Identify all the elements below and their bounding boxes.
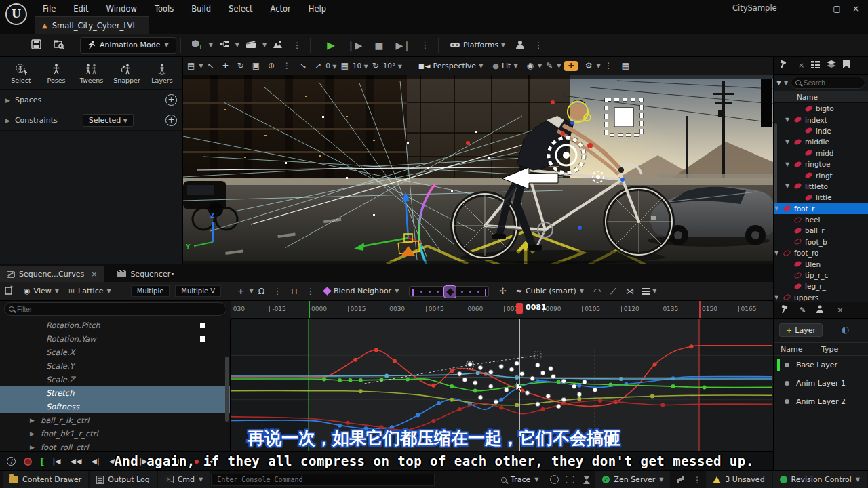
playhead-marker[interactable]	[516, 303, 523, 314]
curve-blue-key[interactable]	[416, 413, 420, 418]
perspective-dropdown[interactable]: ◼◄ Perspective▼	[418, 62, 483, 70]
expand-arrow-icon[interactable]: ▼	[785, 161, 789, 167]
selected-key[interactable]	[540, 371, 545, 375]
curve-red-key[interactable]	[689, 344, 693, 348]
tab-edit[interactable]: ✎	[800, 306, 806, 314]
curve-filterbox[interactable]	[4, 302, 226, 316]
curve-blue[interactable]	[231, 377, 772, 429]
curve-olive-key[interactable]	[515, 403, 519, 407]
blend-neighbor-dropdown[interactable]: Blend Neighbor▼	[324, 287, 399, 296]
viewport-more-icon[interactable]: ⋮	[605, 61, 614, 70]
curve-green-key[interactable]	[557, 380, 561, 384]
constraints-section[interactable]: ▶ Constraints Selected ▼ +	[0, 110, 182, 131]
selected-key[interactable]	[561, 397, 566, 402]
curve-menu-icon[interactable]	[642, 288, 650, 295]
save-icon[interactable]	[31, 39, 41, 52]
snap-grid-value[interactable]: 10 ▼	[353, 62, 368, 70]
selected-key[interactable]	[519, 371, 524, 376]
curve-darkred-key[interactable]	[431, 419, 435, 423]
brush-icon[interactable]: ✎	[546, 61, 553, 70]
platforms-dropdown[interactable]: Platforms ▼	[450, 41, 505, 49]
tab-bookmark[interactable]	[843, 60, 850, 70]
expand-arrow-icon[interactable]: ▼	[774, 250, 778, 256]
outliner-item-foot-r-[interactable]: ▼foot_r_	[774, 203, 868, 214]
snap-zero[interactable]: 0 ▼	[326, 62, 336, 70]
curve-teal-key[interactable]	[476, 371, 480, 375]
curve-darkred-key[interactable]	[660, 403, 665, 407]
snap-icon[interactable]: Ω	[258, 286, 265, 296]
close-tab-icon[interactable]: ×	[91, 270, 97, 279]
menu-actor[interactable]: Actor	[263, 1, 298, 16]
constraints-filter-dropdown[interactable]: Selected ▼	[83, 114, 134, 127]
curve-track-scale-y[interactable]: Scale.Y	[0, 359, 230, 373]
selected-key[interactable]	[468, 362, 473, 367]
blueprints-icon[interactable]	[219, 40, 229, 51]
curve-teal-key[interactable]	[515, 375, 519, 380]
selected-key[interactable]	[551, 374, 556, 379]
cmd-dropdown[interactable]: >_ Cmd ▼	[158, 471, 210, 488]
surface-snap-icon[interactable]: ↘	[300, 61, 307, 70]
restore-button[interactable]: ▢	[827, 0, 846, 18]
selected-key[interactable]	[504, 388, 509, 392]
add-constraint-button[interactable]: +	[165, 115, 177, 126]
curve-darkred-key[interactable]	[499, 405, 503, 409]
curve-red-key[interactable]	[653, 362, 657, 366]
selected-key[interactable]	[525, 390, 530, 395]
layer-row-anim-layer-2[interactable]: Anim Layer 2	[774, 392, 868, 411]
zen-server-dropdown[interactable]: ✓ Zen Server ▼	[595, 471, 670, 488]
layer-row-base-layer[interactable]: Base Layer	[774, 356, 868, 374]
revision-control-dropdown[interactable]: Revision Control ▼	[773, 471, 867, 488]
curve-teal-key[interactable]	[384, 373, 389, 378]
curve-green-key[interactable]	[338, 378, 342, 382]
curve-green-key[interactable]	[380, 378, 384, 382]
scale-tool-icon[interactable]: ▣	[252, 61, 260, 70]
curve-green-key[interactable]	[608, 382, 612, 386]
tangent-break-icon[interactable]: ⋊	[626, 286, 635, 296]
play-button[interactable]: ▶	[327, 39, 335, 52]
selected-key[interactable]	[478, 395, 483, 400]
curve-darkred-key[interactable]	[346, 421, 350, 425]
status-circle-icon[interactable]	[550, 475, 559, 484]
curve-green-key[interactable]	[359, 378, 363, 382]
curve-teal[interactable]	[231, 373, 772, 379]
curve-track-rotation-yaw[interactable]: Rotation.Yaw	[0, 332, 230, 346]
curve-green-key[interactable]	[473, 389, 477, 393]
filter-icon[interactable]: ▼	[776, 79, 781, 86]
selected-key[interactable]	[549, 367, 553, 371]
key-value-field[interactable]: Multiple V	[175, 285, 221, 297]
curve-green[interactable]	[231, 379, 772, 391]
mode-selector[interactable]: Animation Mode ▼	[80, 37, 176, 54]
tab-layers[interactable]	[827, 60, 836, 70]
menu-help[interactable]: Help	[301, 1, 334, 16]
curve-track-scale-z[interactable]: Scale.Z	[0, 373, 230, 386]
view-dropdown[interactable]: ◉ View▼	[24, 287, 59, 296]
close-tab-icon[interactable]: ×	[798, 61, 804, 70]
outliner-item-littleto[interactable]: ▼littleto	[774, 181, 868, 192]
outliner-item-ball-r-[interactable]: ball_r_	[774, 225, 868, 236]
curve-track-stretch[interactable]: Stretch	[0, 386, 230, 400]
add-space-button[interactable]: +	[165, 94, 177, 106]
more-options-icon[interactable]: ⋮	[293, 41, 302, 50]
add-actor-icon[interactable]: +	[191, 39, 203, 52]
interpolation-dropdown[interactable]: ≈ Cubic (smart)▼	[516, 287, 584, 296]
curve-olive-key[interactable]	[577, 396, 581, 401]
curve-darkred-key[interactable]	[598, 399, 602, 403]
tangent-straighten-icon[interactable]: ⟋	[610, 286, 616, 297]
maximize-viewport-icon[interactable]: ▦	[622, 61, 629, 70]
menu-edit[interactable]: Edit	[66, 1, 96, 16]
select-tool-icon[interactable]: ↖	[208, 61, 214, 70]
curve-track-softness[interactable]: Softness	[0, 400, 230, 413]
curve-green-key[interactable]	[703, 385, 707, 389]
tab-anim-layers[interactable]	[815, 305, 825, 315]
outliner-item-foot-b[interactable]: foot_b	[774, 237, 868, 247]
tab-outliner-list[interactable]	[811, 61, 820, 70]
curve-green-key[interactable]	[406, 378, 410, 382]
status-capture-icon[interactable]	[566, 476, 574, 483]
anim-tool-tweens[interactable]: Tweens	[76, 64, 107, 84]
curve-blue-key[interactable]	[499, 398, 503, 402]
console-command-input[interactable]	[211, 474, 435, 486]
browse-content-icon[interactable]	[54, 39, 64, 52]
outliner-item-foot-ro[interactable]: ▼foot_ro	[774, 247, 868, 258]
selected-key[interactable]	[577, 392, 582, 396]
rotate-tool-icon[interactable]: ↻	[237, 61, 244, 70]
